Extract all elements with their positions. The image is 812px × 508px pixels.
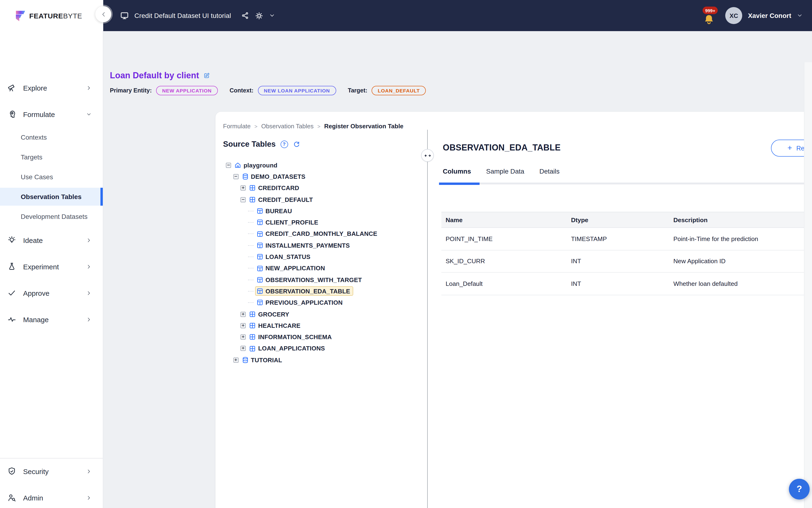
tree-node-previous-application[interactable]: PREVIOUS_APPLICATION: [223, 297, 421, 308]
tree-expander-minus[interactable]: −: [233, 174, 238, 179]
sidebar-item-admin[interactable]: Admin: [0, 492, 103, 503]
sidebar-subitem-label: Observation Tables: [21, 193, 82, 201]
table-icon: [256, 288, 263, 295]
sidebar-item-approve[interactable]: Approve: [0, 287, 103, 299]
breadcrumb-item-observation-tables[interactable]: Observation Tables: [261, 123, 314, 130]
sidebar-nav-formulate: Formulate: [0, 109, 103, 120]
tree-node-label: HEALTHCARE: [258, 322, 300, 329]
table-row[interactable]: Loan_DefaultINTWhether loan defaulted: [441, 272, 812, 295]
tab-details[interactable]: Details: [539, 167, 560, 175]
meta-badge-new-application: NEW APPLICATION: [156, 86, 218, 95]
sidebar-item-security[interactable]: Security: [0, 466, 103, 477]
schema-icon: [249, 311, 256, 318]
tree-expander-plus[interactable]: +: [233, 357, 238, 363]
table-row[interactable]: SK_ID_CURRINTNew Application ID: [441, 250, 812, 272]
tree-node-information-schema[interactable]: +INFORMATION_SCHEMA: [223, 331, 421, 343]
tree-node-playground[interactable]: −playground: [223, 160, 421, 171]
sidebar-subitem-observation-tables[interactable]: Observation Tables: [0, 188, 103, 206]
tree-expander-plus[interactable]: +: [240, 323, 246, 328]
sidebar-subitem-contexts[interactable]: Contexts: [0, 128, 103, 146]
tree-node-content: CLIENT_PROFILE: [255, 218, 321, 227]
active-tab-indicator: [439, 182, 480, 185]
tab-track: [439, 182, 812, 184]
tree-node-observations-with-target[interactable]: OBSERVATIONS_WITH_TARGET: [223, 274, 421, 286]
sidebar-formulate-children: ContextsTargetsUse CasesObservation Tabl…: [0, 128, 103, 225]
collapse-sidebar-button[interactable]: [95, 6, 111, 22]
pane-resize-handle[interactable]: [421, 149, 434, 162]
sidebar-subitem-targets[interactable]: Targets: [0, 148, 103, 166]
tree-connector: [248, 222, 254, 223]
detail-tabs: ColumnsSample DataDetails: [443, 167, 559, 175]
help-question-icon[interactable]: ?: [280, 140, 288, 148]
tree-expander-plus[interactable]: +: [240, 334, 246, 340]
sidebar-subitem-label: Contexts: [21, 133, 47, 141]
tree-expander-plus[interactable]: +: [240, 346, 246, 351]
tree-node-credit-default[interactable]: −CREDIT_DEFAULT: [223, 194, 421, 205]
sidebar-item-label: Ideate: [23, 236, 86, 244]
chevron-right-icon: [86, 264, 91, 269]
schema-icon: [249, 196, 256, 203]
tree-node-client-profile[interactable]: CLIENT_PROFILE: [223, 217, 421, 228]
table-cell: INT: [571, 258, 673, 265]
brand-wordmark: FEATUREBYTE: [29, 11, 82, 19]
meta-badge-new-loan-application: NEW LOAN APPLICATION: [258, 86, 336, 95]
refresh-icon[interactable]: [292, 140, 300, 148]
tree-node-observation-eda-table[interactable]: OBSERVATION_EDA_TABLE: [223, 286, 421, 297]
tree-node-grocery[interactable]: +GROCERY: [223, 308, 421, 320]
help-fab-button[interactable]: ?: [789, 479, 810, 500]
edit-pencil-icon[interactable]: [203, 72, 211, 80]
resize-arrows-icon: [424, 152, 431, 159]
sidebar-item-label: Experiment: [23, 262, 86, 270]
tree-node-content: CREDIT_CARD_MONTHLY_BALANCE: [255, 229, 380, 239]
tree-expander-plus[interactable]: +: [240, 185, 246, 190]
tree-node-demo-datasets[interactable]: −DEMO_DATASETS: [223, 171, 421, 182]
share-icon[interactable]: [241, 12, 249, 19]
tree-node-loan-applications[interactable]: +LOAN_APPLICATIONS: [223, 343, 421, 354]
tree-node-bureau[interactable]: BUREAU: [223, 205, 421, 217]
schema-icon: [249, 322, 256, 329]
tree-node-label: OBSERVATION_EDA_TABLE: [266, 288, 350, 295]
columns-table: NameDtypeDescription POINT_IN_TIMETIMEST…: [441, 212, 812, 295]
source-tables-title: Source Tables: [223, 140, 276, 149]
sidebar-subitem-use-cases[interactable]: Use Cases: [0, 168, 103, 186]
breadcrumb-item-formulate[interactable]: Formulate: [223, 123, 251, 130]
tree-node-content: CREDITCARD: [247, 183, 302, 193]
tab-sample-data[interactable]: Sample Data: [486, 167, 524, 175]
user-menu-chevron-down-icon[interactable]: [797, 13, 803, 18]
scrollbar-track[interactable]: [804, 62, 812, 508]
tree-node-loan-status[interactable]: LOAN_STATUS: [223, 251, 421, 263]
tree-node-healthcare[interactable]: +HEALTHCARE: [223, 320, 421, 331]
sidebar-subitem-development-datasets[interactable]: Development Datasets: [0, 208, 103, 225]
tree-node-creditcard[interactable]: +CREDITCARD: [223, 182, 421, 194]
notifications-button[interactable]: 999+: [700, 5, 720, 26]
tree-node-label: GROCERY: [258, 310, 289, 318]
tree-node-installments-payments[interactable]: INSTALLMENTS_PAYMENTS: [223, 240, 421, 251]
tree-expander-minus[interactable]: −: [226, 163, 231, 168]
tree-expander-minus[interactable]: −: [240, 197, 246, 202]
tree-expander-plus[interactable]: +: [240, 311, 246, 317]
tree-node-label: PREVIOUS_APPLICATION: [266, 299, 343, 306]
table-row[interactable]: POINT_IN_TIMETIMESTAMPPoint-in-Time for …: [441, 228, 812, 250]
tree-connector: [248, 280, 254, 280]
table-icon: [256, 265, 263, 272]
sidebar-item-experiment[interactable]: Experiment: [0, 261, 103, 272]
sidebar-item-explore[interactable]: Explore: [0, 82, 103, 93]
sidebar-item-manage[interactable]: Manage: [0, 314, 103, 325]
tree-connector: [248, 291, 254, 292]
tree-node-tutorial[interactable]: +TUTORIAL: [223, 354, 421, 366]
table-icon: [256, 219, 263, 226]
settings-gear-icon[interactable]: [255, 11, 263, 19]
sidebar-item-label: Approve: [23, 289, 86, 297]
tree-node-credit-card-monthly-balance[interactable]: CREDIT_CARD_MONTHLY_BALANCE: [223, 228, 421, 240]
workspace-chevron-down-icon[interactable]: [269, 13, 275, 18]
workspace-title: Credit Default Dataset UI tutorial: [134, 12, 231, 19]
tree-node-label: TUTORIAL: [251, 356, 282, 364]
sidebar-item-ideate[interactable]: Ideate: [0, 235, 103, 246]
tab-columns[interactable]: Columns: [443, 167, 471, 175]
tree-connector: [248, 234, 254, 234]
tree-connector: [248, 211, 254, 211]
sidebar-item-formulate[interactable]: Formulate: [0, 109, 103, 120]
tree-node-new-application[interactable]: NEW_APPLICATION: [223, 262, 421, 274]
avatar[interactable]: XC: [725, 7, 742, 24]
sidebar-subitem-label: Use Cases: [21, 173, 53, 181]
